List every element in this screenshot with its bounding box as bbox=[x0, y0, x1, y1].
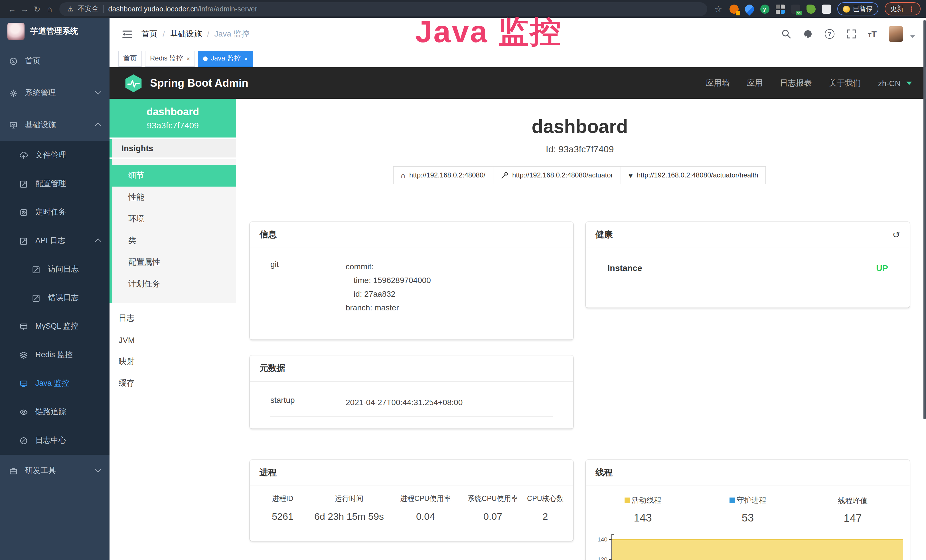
metric-label: CPU核心数 bbox=[527, 494, 564, 504]
extension-icon-pin[interactable] bbox=[743, 2, 755, 15]
sidebar-item-access-log[interactable]: 访问日志 bbox=[0, 255, 109, 283]
browser-reload-icon[interactable]: ↻ bbox=[31, 4, 43, 14]
sidebar-item-system[interactable]: 系统管理 bbox=[0, 77, 109, 109]
fullscreen-icon[interactable] bbox=[846, 29, 856, 39]
threads-card-header: 线程 bbox=[586, 460, 910, 486]
url-text[interactable]: dashboard.yudao.iocoder.cn/infra/admin-s… bbox=[108, 5, 257, 13]
tab-redis-monitor[interactable]: Redis 监控× bbox=[145, 50, 195, 67]
health-url-chip[interactable]: ♥http://192.168.0.2:48080/actuator/healt… bbox=[620, 166, 766, 184]
tab-label: Redis 监控 bbox=[150, 54, 183, 64]
sidebar-item-label: 链路追踪 bbox=[35, 407, 66, 417]
stat-value: 147 bbox=[800, 512, 905, 525]
browser-menu-icon[interactable]: ⋮ bbox=[908, 5, 915, 13]
sba-nav-journal[interactable]: 日志报表 bbox=[780, 78, 812, 88]
metadata-startup-value: 2021-04-27T00:44:31.254+08:00 bbox=[346, 395, 463, 409]
sba-item-scheduled-tasks[interactable]: 计划任务 bbox=[112, 273, 236, 295]
sba-item-caches[interactable]: 缓存 bbox=[109, 372, 236, 394]
extension-icon-orange[interactable]: 1 bbox=[729, 4, 738, 14]
sba-item-configprops[interactable]: 配置属性 bbox=[112, 251, 236, 273]
sidebar-item-job[interactable]: 定时任务 bbox=[0, 198, 109, 227]
user-avatar[interactable] bbox=[889, 26, 903, 42]
browser-back-icon[interactable]: ← bbox=[6, 4, 18, 14]
layers-icon bbox=[20, 351, 28, 359]
system-cpu: 系统CPU使用率0.07 bbox=[459, 494, 527, 523]
daemon-threads-stat: 守护进程53 bbox=[695, 495, 800, 525]
hamburger-icon[interactable] bbox=[122, 29, 132, 38]
thread-stats: 活动线程143 守护进程53 线程峰值147 bbox=[586, 486, 910, 525]
sidebar-item-infra[interactable]: 基础设施 bbox=[0, 109, 109, 141]
url-divider bbox=[103, 5, 104, 13]
bookmark-star-icon[interactable]: ☆ bbox=[714, 4, 723, 14]
info-card-title: 信息 bbox=[260, 229, 277, 240]
sba-instance-block[interactable]: dashboard 93a3fc7f7409 bbox=[109, 99, 236, 138]
help-icon[interactable]: ? bbox=[825, 29, 834, 39]
sidebar-item-error-log[interactable]: 错误日志 bbox=[0, 283, 109, 312]
search-icon[interactable] bbox=[781, 29, 791, 39]
sidebar-item-redis[interactable]: Redis 监控 bbox=[0, 341, 109, 369]
close-icon[interactable]: × bbox=[244, 55, 248, 62]
extensions-puzzle-icon[interactable] bbox=[822, 4, 831, 14]
sidebar-item-file[interactable]: 文件管理 bbox=[0, 141, 109, 170]
infra-submenu: 文件管理 配置管理 定时任务 API 日志 访问日志 bbox=[0, 141, 109, 455]
briefcase-icon bbox=[9, 466, 18, 475]
update-browser-button[interactable]: 更新⋮ bbox=[885, 2, 921, 15]
user-caret-down-icon[interactable] bbox=[910, 35, 915, 38]
breadcrumb-infra[interactable]: 基础设施 bbox=[170, 29, 202, 39]
extension-icon-grid[interactable] bbox=[775, 4, 785, 14]
sba-item-environment[interactable]: 环境 bbox=[112, 208, 236, 230]
sidebar-item-label: 日志中心 bbox=[35, 435, 66, 446]
sba-nav-wallboard[interactable]: 应用墙 bbox=[706, 78, 730, 88]
security-label[interactable]: 不安全 bbox=[78, 4, 99, 14]
sba-item-jvm[interactable]: JVM bbox=[109, 329, 236, 351]
eye-icon bbox=[20, 408, 28, 416]
actuator-url-chip[interactable]: http://192.168.0.2:48080/actuator bbox=[493, 166, 621, 184]
sba-item-metrics[interactable]: 性能 bbox=[112, 186, 236, 208]
sidebar-item-label: 访问日志 bbox=[48, 264, 79, 274]
sidebar-item-java[interactable]: Java 监控 bbox=[0, 369, 109, 398]
sidebar-item-label: 文件管理 bbox=[35, 150, 66, 160]
sba-locale-select[interactable]: zh-CN bbox=[878, 79, 900, 88]
sidebar-item-devtools[interactable]: 研发工具 bbox=[0, 455, 109, 487]
process-cpu: 进程CPU使用率0.04 bbox=[392, 494, 459, 523]
address-bar[interactable]: ⚠ 不安全 dashboard.yudao.iocoder.cn/infra/a… bbox=[59, 2, 707, 16]
browser-forward-icon[interactable]: → bbox=[18, 4, 31, 14]
sidebar-item-home[interactable]: 首页 bbox=[0, 45, 109, 77]
sba-nav-about[interactable]: 关于我们 bbox=[829, 78, 861, 88]
dashboard-icon bbox=[9, 57, 18, 65]
sba-item-classes[interactable]: 类 bbox=[112, 230, 236, 251]
sidebar-item-label: API 日志 bbox=[35, 236, 65, 246]
sba-brand[interactable]: Spring Boot Admin bbox=[124, 73, 248, 93]
extension-icon-switch[interactable]: on bbox=[791, 4, 800, 14]
close-icon[interactable]: × bbox=[186, 55, 190, 62]
browser-home-icon[interactable]: ⌂ bbox=[43, 4, 56, 14]
profile-chip-paused[interactable]: 已暂停 bbox=[837, 2, 878, 15]
github-icon[interactable] bbox=[803, 29, 813, 39]
health-instance-row[interactable]: Instance UP bbox=[607, 263, 888, 281]
tab-home[interactable]: 首页 bbox=[118, 50, 142, 67]
threads-area-chart: 140 120 100 bbox=[593, 534, 904, 560]
service-url-chip[interactable]: ⌂http://192.168.0.2:48080/ bbox=[393, 166, 493, 184]
font-size-icon[interactable]: TT bbox=[868, 30, 877, 38]
page-annotation: Java 监控 bbox=[415, 11, 562, 53]
sidebar-item-trace[interactable]: 链路追踪 bbox=[0, 398, 109, 426]
sidebar-item-api-log[interactable]: API 日志 bbox=[0, 227, 109, 255]
history-icon[interactable]: ↺ bbox=[892, 229, 900, 240]
extension-icon-leaf[interactable] bbox=[806, 4, 816, 14]
extension-icon-green-y[interactable]: y bbox=[760, 4, 769, 14]
y-tick-140: 140 bbox=[593, 536, 607, 543]
page-scrollbar[interactable] bbox=[923, 20, 926, 419]
sidebar-item-log-center[interactable]: 日志中心 bbox=[0, 426, 109, 455]
sba-item-mappings[interactable]: 映射 bbox=[109, 351, 236, 372]
font-size-big-glyph: T bbox=[872, 29, 877, 39]
tab-java-monitor[interactable]: Java 监控× bbox=[198, 50, 253, 67]
app-logo-row[interactable]: 芋道管理系统 bbox=[0, 18, 109, 45]
sidebar-item-mysql[interactable]: MySQL 监控 bbox=[0, 312, 109, 341]
sba-item-logfile[interactable]: 日志 bbox=[109, 307, 236, 329]
metric-value: 5261 bbox=[259, 511, 306, 523]
wrench-icon bbox=[501, 171, 508, 179]
sba-item-details[interactable]: 细节 bbox=[109, 165, 236, 186]
service-url: http://192.168.0.2:48080/ bbox=[409, 171, 486, 179]
breadcrumb-home[interactable]: 首页 bbox=[141, 29, 157, 39]
sidebar-item-config[interactable]: 配置管理 bbox=[0, 170, 109, 198]
sba-nav-applications[interactable]: 应用 bbox=[747, 78, 763, 88]
